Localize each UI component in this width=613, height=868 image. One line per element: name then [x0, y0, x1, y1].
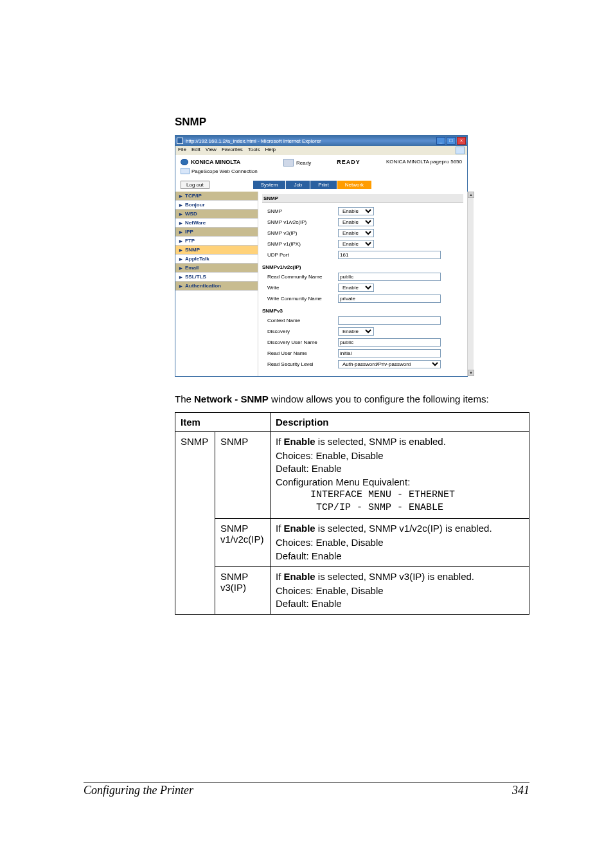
tab-system[interactable]: System [253, 181, 286, 189]
sidebar-item-ssl-tls[interactable]: ▶SSL/TLS [175, 273, 258, 282]
sidebar-item-label: NetWare [185, 220, 206, 226]
scrollbar[interactable]: ▲ ▼ [467, 192, 474, 376]
brand-icon [181, 159, 188, 165]
sidebar-item-bonjour[interactable]: ▶Bonjour [175, 201, 258, 210]
form-label: SNMP v1/v2c(IP) [262, 219, 338, 225]
tab-network[interactable]: Network [337, 181, 371, 189]
form-row: Context Name [262, 316, 463, 325]
form-select[interactable]: Enable [338, 229, 374, 237]
form-select[interactable]: Enable [338, 284, 374, 292]
form-row: SNMP v1/v2c(IP)Enable [262, 218, 463, 226]
menu-favorites[interactable]: Favorites [222, 147, 243, 154]
triangle-icon: ▶ [179, 230, 182, 234]
form-row: WriteEnable [262, 284, 463, 292]
sidebar-item-label: Email [185, 265, 199, 271]
status-label: Ready [296, 160, 311, 166]
caption-post: window allows you to configure the follo… [269, 393, 489, 404]
form-select[interactable]: Enable [338, 207, 374, 215]
model-label: KONICA MINOLTA pagepro 5650 [386, 159, 462, 165]
triangle-icon: ▶ [179, 248, 182, 252]
form-input[interactable] [338, 294, 441, 303]
sidebar-item-tcp-ip[interactable]: ▶TCP/IP [175, 192, 258, 201]
app-header: KONICA MINOLTA PageScope Web Connection … [175, 155, 467, 181]
maximize-button[interactable]: □ [447, 137, 456, 145]
form-row: Read Security LevelAuth-password/Priv-pa… [262, 360, 463, 368]
form-row: Read Community Name [262, 273, 463, 281]
menu-tools[interactable]: Tools [248, 147, 260, 154]
sidebar-item-wsd[interactable]: ▶WSD [175, 210, 258, 219]
form-select[interactable]: Enable [338, 327, 374, 336]
sidebar-item-snmp[interactable]: ▶SNMP [175, 246, 258, 255]
triangle-icon: ▶ [179, 221, 182, 225]
triangle-icon: ▶ [179, 212, 182, 216]
titlebar: http://192.168.1.2/a_index.html - Micros… [175, 136, 467, 146]
form-select[interactable]: Enable [338, 240, 374, 248]
triangle-icon: ▶ [179, 194, 182, 198]
caption-pre: The [175, 393, 194, 404]
form-label: SNMP v1(IPX) [262, 241, 338, 247]
form-input[interactable] [338, 338, 441, 347]
ie-throbber-icon [456, 147, 465, 154]
form-row: SNMP v1(IPX)Enable [262, 240, 463, 248]
form-row: DiscoveryEnable [262, 327, 463, 336]
tab-bar: System Job Print Network [253, 181, 371, 189]
sidebar-item-netware[interactable]: ▶NetWare [175, 219, 258, 228]
sidebar-item-label: AppleTalk [185, 256, 209, 262]
sidebar-item-label: FTP [185, 238, 195, 244]
form-label: Write [262, 285, 338, 291]
sidebar-item-authentication[interactable]: ▶Authentication [175, 282, 258, 291]
scroll-up-icon[interactable]: ▲ [468, 192, 474, 198]
window-title: http://192.168.1.2/a_index.html - Micros… [186, 138, 436, 144]
menu-edit[interactable]: Edit [191, 147, 200, 154]
logout-button[interactable]: Log out [181, 181, 209, 189]
snmp-v3-heading: SNMPv3 [262, 308, 463, 314]
form-label: SNMP v3(IP) [262, 230, 338, 236]
sidebar-item-ipp[interactable]: ▶IPP [175, 228, 258, 237]
triangle-icon: ▶ [179, 257, 182, 261]
form-row: SNMPEnable [262, 207, 463, 215]
form-select[interactable]: Auth-password/Priv-password [338, 360, 441, 368]
triangle-icon: ▶ [179, 275, 182, 279]
form-label: Discovery User Name [262, 339, 338, 345]
form-row: Read User Name [262, 349, 463, 357]
caption-bold: Network - SNMP [194, 393, 269, 404]
sidebar-item-label: TCP/IP [185, 193, 202, 199]
sidebar-item-appletalk[interactable]: ▶AppleTalk [175, 255, 258, 264]
form-input[interactable] [338, 251, 441, 259]
form-label: Write Community Name [262, 296, 338, 302]
form-select[interactable]: Enable [338, 218, 374, 226]
menu-file[interactable]: File [178, 147, 186, 154]
form-row: SNMP v3(IP)Enable [262, 229, 463, 237]
form-input[interactable] [338, 273, 441, 281]
minimize-button[interactable]: _ [436, 137, 445, 145]
tab-job[interactable]: Job [286, 181, 310, 189]
form-label: Context Name [262, 318, 338, 323]
snmp-form: SNMP SNMPEnableSNMP v1/v2c(IP)EnableSNMP… [258, 192, 467, 376]
snmp-v1v2c-heading: SNMPv1/v2c(IP) [262, 264, 463, 270]
row3-sub: SNMP v3(IP) [215, 566, 271, 615]
printer-icon [283, 159, 294, 167]
form-input[interactable] [338, 349, 441, 357]
page-footer: Configuring the Printer 341 [84, 782, 529, 797]
caption: The Network - SNMP window allows you to … [175, 393, 529, 404]
form-input[interactable] [338, 316, 441, 325]
triangle-icon: ▶ [179, 284, 182, 288]
sidebar-item-label: SSL/TLS [185, 274, 206, 280]
sidebar-item-ftp[interactable]: ▶FTP [175, 237, 258, 246]
scroll-down-icon[interactable]: ▼ [468, 370, 474, 376]
sidebar-item-label: IPP [185, 229, 193, 235]
close-button[interactable]: × [457, 137, 466, 145]
ready-heading: READY [311, 159, 386, 165]
form-label: SNMP [262, 208, 338, 214]
tab-print[interactable]: Print [310, 181, 336, 189]
row3-desc: If Enable is selected, SNMP v3(IP) is en… [271, 566, 529, 615]
sidebar-item-label: SNMP [185, 247, 200, 253]
sidebar: ▶TCP/IP▶Bonjour▶WSD▶NetWare▶IPP▶FTP▶SNMP… [175, 192, 258, 376]
sidebar-item-label: Authentication [185, 283, 221, 289]
menu-help[interactable]: Help [265, 147, 275, 154]
menu-view[interactable]: View [206, 147, 217, 154]
sidebar-item-label: Bonjour [185, 202, 205, 208]
form-label: Read Community Name [262, 274, 338, 280]
sidebar-item-email[interactable]: ▶Email [175, 264, 258, 273]
col-description: Description [271, 413, 529, 432]
